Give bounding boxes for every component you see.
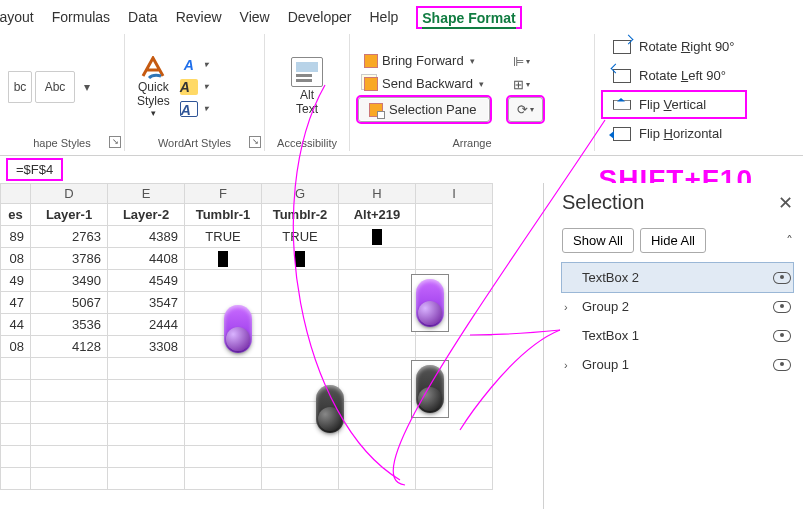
shape-style-more[interactable]: ▾ <box>78 71 96 103</box>
cell[interactable] <box>262 468 339 490</box>
cell[interactable] <box>339 402 416 424</box>
shape-style-thumb[interactable]: bc <box>8 71 32 103</box>
cell[interactable] <box>108 380 185 402</box>
cell[interactable] <box>185 248 262 270</box>
collapse-pane-icon[interactable]: ✕ <box>778 192 793 214</box>
tab-review[interactable]: Review <box>176 9 222 25</box>
header-cell[interactable]: es <box>1 204 31 226</box>
cell[interactable] <box>31 446 108 468</box>
col-header[interactable]: E <box>108 184 185 204</box>
chevron-up-icon[interactable]: ˄ <box>786 233 793 249</box>
cell[interactable]: 5067 <box>31 292 108 314</box>
cell[interactable] <box>339 380 416 402</box>
cell[interactable]: 3536 <box>31 314 108 336</box>
show-all-button[interactable]: Show All <box>562 228 634 253</box>
cell[interactable] <box>1 468 31 490</box>
tab-view[interactable]: View <box>240 9 270 25</box>
hide-all-button[interactable]: Hide All <box>640 228 706 253</box>
cell[interactable] <box>108 358 185 380</box>
visibility-icon[interactable] <box>773 359 791 371</box>
cell[interactable] <box>185 402 262 424</box>
header-cell[interactable]: Tumblr-1 <box>185 204 262 226</box>
worksheet[interactable]: DEFGHIesLayer-1Layer-2Tumblr-1Tumblr-2Al… <box>0 183 543 509</box>
header-cell[interactable]: Alt+219 <box>339 204 416 226</box>
toggle-purple-1[interactable] <box>224 305 252 353</box>
selection-item[interactable]: ›Group 2 <box>562 292 793 321</box>
cell[interactable] <box>185 446 262 468</box>
cell[interactable]: 3490 <box>31 270 108 292</box>
cell[interactable] <box>108 446 185 468</box>
cell[interactable] <box>262 446 339 468</box>
col-header[interactable]: F <box>185 184 262 204</box>
cell[interactable] <box>185 292 262 314</box>
cell[interactable] <box>185 468 262 490</box>
cell[interactable]: TRUE <box>185 226 262 248</box>
cell[interactable] <box>416 468 493 490</box>
cell[interactable] <box>108 468 185 490</box>
cell[interactable] <box>1 380 31 402</box>
cell[interactable]: 08 <box>1 336 31 358</box>
shape-textbox1[interactable] <box>412 361 448 417</box>
cell[interactable] <box>185 358 262 380</box>
alt-text-button[interactable]: Alt Text <box>291 57 323 115</box>
cell[interactable] <box>262 270 339 292</box>
rotate-right-90[interactable]: Rotate Right 90° <box>603 34 745 59</box>
col-header[interactable]: I <box>416 184 493 204</box>
cell[interactable] <box>339 314 416 336</box>
tab-data[interactable]: Data <box>128 9 158 25</box>
cell[interactable] <box>339 292 416 314</box>
cell[interactable] <box>339 358 416 380</box>
selection-pane-button[interactable]: Selection Pane <box>358 97 490 122</box>
text-outline-button[interactable]: A▾ <box>178 77 200 97</box>
text-effects-button[interactable]: A▾ <box>178 99 200 119</box>
shape-textbox2[interactable] <box>412 275 448 331</box>
cell[interactable]: TRUE <box>262 226 339 248</box>
rotate-left-90[interactable]: Rotate Left 90° <box>603 63 745 88</box>
cell[interactable] <box>1 358 31 380</box>
cell[interactable] <box>31 380 108 402</box>
flip-horizontal[interactable]: Flip Horizontal <box>603 121 745 146</box>
cell[interactable]: 08 <box>1 248 31 270</box>
cell[interactable] <box>262 248 339 270</box>
text-fill-button[interactable]: A▾ <box>178 55 200 75</box>
cell[interactable] <box>1 446 31 468</box>
cell[interactable] <box>31 424 108 446</box>
cell[interactable] <box>416 336 493 358</box>
cell[interactable] <box>339 468 416 490</box>
header-cell[interactable]: Layer-1 <box>31 204 108 226</box>
cell[interactable] <box>339 446 416 468</box>
cell[interactable] <box>262 292 339 314</box>
cell[interactable]: 4128 <box>31 336 108 358</box>
cell[interactable] <box>185 424 262 446</box>
cell[interactable] <box>416 424 493 446</box>
visibility-icon[interactable] <box>773 272 791 284</box>
toggle-dark-1[interactable] <box>316 385 344 433</box>
cell[interactable]: 4549 <box>108 270 185 292</box>
group-button[interactable]: ⊞▾ <box>508 74 534 94</box>
tab-pagelayout[interactable]: e Layout <box>0 9 34 25</box>
visibility-icon[interactable] <box>773 301 791 313</box>
bring-forward-button[interactable]: Bring Forward▾ <box>358 51 490 70</box>
tab-shape-format[interactable]: Shape Format <box>416 6 521 29</box>
quick-styles-button[interactable]: Quick Styles ▾ <box>137 55 170 117</box>
col-header[interactable]: H <box>339 184 416 204</box>
cell[interactable] <box>339 248 416 270</box>
visibility-icon[interactable] <box>773 330 791 342</box>
col-header[interactable]: D <box>31 184 108 204</box>
cell[interactable] <box>1 402 31 424</box>
cell[interactable] <box>185 380 262 402</box>
formula-input[interactable]: =$F$4 <box>8 160 61 179</box>
cell[interactable] <box>416 226 493 248</box>
tab-formulas[interactable]: Formulas <box>52 9 110 25</box>
cell[interactable] <box>262 336 339 358</box>
cell[interactable]: 49 <box>1 270 31 292</box>
cell[interactable] <box>108 424 185 446</box>
cell[interactable] <box>31 402 108 424</box>
align-button[interactable]: ⊫▾ <box>508 51 534 71</box>
selection-item[interactable]: TextBox 1 <box>562 321 793 350</box>
cell[interactable]: 2444 <box>108 314 185 336</box>
cell[interactable] <box>416 446 493 468</box>
col-header[interactable]: G <box>262 184 339 204</box>
shape-style-thumb[interactable]: Abc <box>35 71 75 103</box>
col-header[interactable] <box>1 184 31 204</box>
